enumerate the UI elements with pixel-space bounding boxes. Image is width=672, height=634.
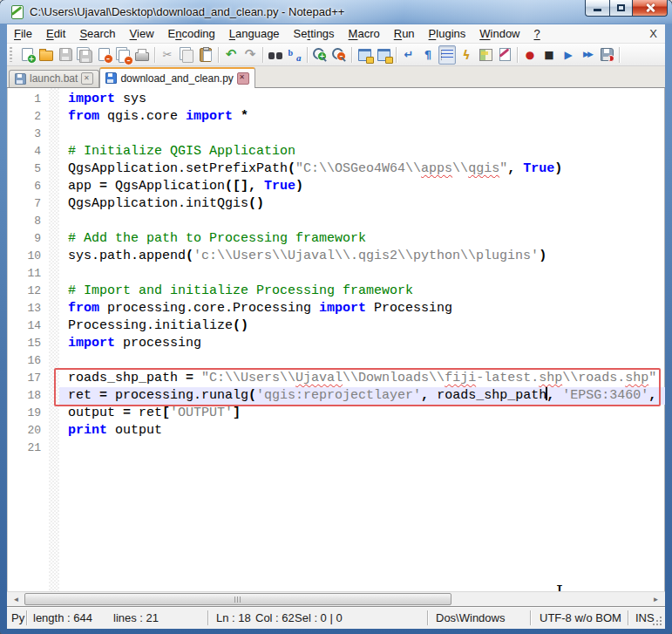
zoom-out-button[interactable]: – <box>330 45 348 65</box>
save-button[interactable] <box>57 45 74 65</box>
code-line-11[interactable]: 11 <box>7 265 665 283</box>
menu-[interactable]: ? <box>527 24 547 40</box>
code-text: import sys <box>59 91 665 108</box>
copy-button[interactable] <box>178 45 195 65</box>
close-document-button[interactable]: X <box>649 27 657 40</box>
code-line-7[interactable]: 7QgsApplication.initQgis() <box>7 195 665 213</box>
print-button[interactable] <box>133 45 151 65</box>
tab-download-and-clean-py[interactable]: download_and_clean.py <box>99 67 255 88</box>
code-line-12[interactable]: 12# Import and initialize Processing fra… <box>7 283 665 300</box>
code-line-10[interactable]: 10sys.path.append('c:\\Users\\Ujaval\\.q… <box>7 248 665 265</box>
code-text <box>59 352 665 370</box>
cut-button[interactable]: ✂ <box>159 45 176 65</box>
status-bar: Py length : 644 lines : 21 Ln : 18 Col :… <box>7 606 665 629</box>
macro-play-button[interactable]: ▶ <box>560 45 577 65</box>
sync-horizontal-scroll-button[interactable] <box>375 45 392 65</box>
macro-save-button[interactable] <box>598 45 615 65</box>
paste-button[interactable] <box>197 45 214 65</box>
copy-icon <box>182 50 193 63</box>
code-line-13[interactable]: 13from processing.core.Processing import… <box>7 300 665 317</box>
code-text: # Import and initialize Processing frame… <box>59 283 665 300</box>
code-line-8[interactable]: 8 <box>7 213 665 230</box>
show-all-characters-button[interactable]: ¶ <box>419 45 437 65</box>
open-file-button[interactable] <box>37 45 55 65</box>
resize-grip-icon[interactable] <box>652 616 662 626</box>
macro-record-button[interactable]: ● <box>521 45 539 65</box>
title-bar[interactable]: C:\Users\Ujaval\Desktop\download_and_cle… <box>0 0 672 24</box>
fold-margin <box>49 230 59 248</box>
new-file-button[interactable]: + <box>18 45 36 65</box>
menu-view[interactable]: View <box>123 24 161 40</box>
find-button[interactable] <box>267 45 284 65</box>
scroll-right-arrow-icon[interactable]: ► <box>648 592 663 606</box>
document-map-button[interactable] <box>477 45 494 65</box>
menu-run[interactable]: Run <box>387 24 422 40</box>
word-wrap-button[interactable]: ↵ <box>400 45 417 65</box>
saved-file-icon <box>15 73 26 85</box>
macro-stop-button[interactable]: ■ <box>540 45 558 65</box>
macro-record-icon: ● <box>526 50 534 60</box>
code-line-21[interactable]: 21 <box>7 440 665 457</box>
replace-button[interactable]: ba <box>286 45 303 65</box>
code-line-2[interactable]: 2from qgis.core import * <box>7 108 665 126</box>
horizontal-scrollbar-thumb[interactable] <box>24 593 451 605</box>
minimize-button[interactable] <box>585 0 609 17</box>
code-text: app = QgsApplication([], True) <box>59 178 665 195</box>
menu-window[interactable]: Window <box>472 24 526 40</box>
menu-language[interactable]: Language <box>222 24 287 40</box>
status-encoding: UTF-8 w/o BOM <box>540 611 621 624</box>
code-line-9[interactable]: 9# Add the path to Processing framework <box>7 230 665 248</box>
fold-margin <box>49 160 59 178</box>
save-all-button[interactable] <box>76 45 93 65</box>
scroll-left-arrow-icon[interactable]: ◄ <box>9 592 24 606</box>
restore-button[interactable] <box>609 0 633 17</box>
menu-file[interactable]: File <box>7 24 39 40</box>
code-line-16[interactable]: 16 <box>7 352 665 370</box>
tab-close-icon[interactable] <box>237 72 249 85</box>
function-list-button[interactable] <box>496 45 513 65</box>
menu-encoding[interactable]: Encoding <box>161 24 222 40</box>
paste-icon <box>200 48 212 62</box>
close-file-button[interactable]: – <box>95 45 112 65</box>
line-number: 21 <box>7 440 49 457</box>
zoom-in-icon: + <box>313 48 324 59</box>
code-line-19[interactable]: 19output = ret['OUTPUT'] <box>7 405 665 422</box>
tab-close-icon[interactable] <box>81 72 93 85</box>
sync-vertical-scroll-button[interactable] <box>356 45 373 65</box>
menu-settings[interactable]: Settings <box>287 24 342 40</box>
user-defined-dialog-button[interactable]: ϟ <box>458 45 475 65</box>
status-lines: lines : 21 <box>113 611 159 624</box>
macro-run-multiple-button[interactable]: ▶▶ <box>579 45 596 65</box>
code-line-3[interactable]: 3 <box>7 126 665 143</box>
code-line-5[interactable]: 5QgsApplication.setPrefixPath("C:\\OSGeo… <box>7 160 665 178</box>
menu-plugins[interactable]: Plugins <box>422 24 473 40</box>
replace-letter-b: b <box>288 48 294 58</box>
line-number: 4 <box>7 143 49 160</box>
tab-launch-bat[interactable]: launch.bat <box>9 70 99 87</box>
redo-button[interactable]: ↷ <box>241 45 259 65</box>
code-line-15[interactable]: 15import processing <box>7 335 665 352</box>
code-editor[interactable]: 1import sys2from qgis.core import *34# I… <box>7 88 665 591</box>
menu-edit[interactable]: Edit <box>39 24 72 40</box>
toolbar: +––✂↶↷ba+–↵¶ϟ●■▶▶▶ <box>7 44 665 66</box>
code-line-6[interactable]: 6app = QgsApplication([], True) <box>7 178 665 195</box>
code-line-1[interactable]: 1import sys <box>7 91 665 108</box>
menu-macro[interactable]: Macro <box>342 24 387 40</box>
fold-margin <box>49 178 59 195</box>
code-line-20[interactable]: 20print output <box>7 422 665 440</box>
code-line-4[interactable]: 4# Initialize QGIS Application <box>7 143 665 160</box>
line-number: 17 <box>7 370 49 387</box>
zoom-in-button[interactable]: + <box>311 45 329 65</box>
status-divider <box>26 610 27 625</box>
code-line-14[interactable]: 14Processing.initialize() <box>7 317 665 335</box>
macro-save-icon <box>601 48 614 61</box>
close-button[interactable] <box>633 0 668 17</box>
show-indent-guide-button[interactable] <box>438 45 456 65</box>
horizontal-scrollbar[interactable]: ◄ ► <box>7 591 665 606</box>
menu-search[interactable]: Search <box>72 24 122 40</box>
close-all-files-button[interactable]: – <box>114 45 132 65</box>
code-text: print output <box>59 422 665 440</box>
status-column: Col : 62 <box>255 611 295 624</box>
undo-button[interactable]: ↶ <box>222 45 240 65</box>
status-divider <box>530 610 531 625</box>
